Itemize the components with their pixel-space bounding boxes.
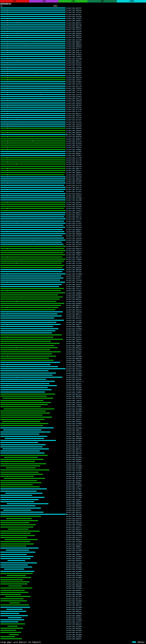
hit-label[interactable]: UniRef100_A7TE10 bbox=[66, 398, 81, 399]
alignment-bar[interactable] bbox=[0, 8, 65, 8]
alignment-bar[interactable] bbox=[0, 191, 64, 192]
alignment-bar[interactable] bbox=[0, 474, 43, 475]
alignment-bar[interactable] bbox=[0, 592, 28, 593]
hit-label[interactable]: UniRef100_C6SYG2 bbox=[66, 83, 81, 85]
alignment-bar[interactable] bbox=[0, 463, 46, 464]
alignment-bar[interactable] bbox=[0, 290, 61, 291]
hit-label[interactable]: UniRef100_B5G0Q3 bbox=[66, 478, 81, 480]
hit-label[interactable]: UniRef100_B3TLM2 bbox=[66, 68, 81, 70]
alignment-bar[interactable] bbox=[0, 584, 27, 584]
alignment-bar[interactable] bbox=[0, 274, 65, 274]
hit-label[interactable]: UniRef100_Q3CR77 bbox=[66, 170, 81, 172]
alignment-bar[interactable] bbox=[0, 582, 29, 582]
alignment-bar[interactable] bbox=[0, 136, 65, 137]
alignment-bar[interactable] bbox=[0, 396, 47, 396]
alignment-bar[interactable] bbox=[0, 389, 52, 390]
hit-label[interactable]: UniRef100_Q511P1 bbox=[66, 315, 81, 317]
alignment-bar[interactable] bbox=[0, 28, 65, 30]
alignment-bar[interactable] bbox=[0, 419, 44, 420]
hit-label[interactable]: UniRef100_Q6RJS1 bbox=[66, 113, 81, 115]
hit-label[interactable]: UniRef100_C5M6N1 bbox=[66, 391, 81, 393]
alignment-bar[interactable] bbox=[0, 180, 65, 182]
alignment-bar[interactable] bbox=[0, 298, 60, 300]
alignment-bar[interactable] bbox=[7, 560, 25, 561]
alignment-bar[interactable] bbox=[2, 421, 40, 422]
alignment-bar[interactable] bbox=[0, 628, 23, 629]
alignment-bar[interactable] bbox=[0, 140, 65, 142]
hit-label[interactable]: UniRef100_C4JYG1 bbox=[66, 260, 81, 262]
alignment-bar[interactable] bbox=[0, 423, 48, 424]
hit-label[interactable]: UniRef100_C1BK63 bbox=[66, 360, 81, 362]
hit-label[interactable]: UniRef100_C1BYV5 bbox=[66, 431, 81, 433]
alignment-bar[interactable] bbox=[6, 550, 29, 550]
hit-label[interactable]: UniRef100_Q3ZEK6 bbox=[66, 142, 81, 144]
alignment-bar[interactable] bbox=[0, 214, 65, 215]
alignment-bar[interactable] bbox=[0, 94, 65, 95]
hit-label[interactable]: UniRef100_C7SCJ6 bbox=[66, 92, 81, 94]
hit-label[interactable]: UniRef100_B0WY94 bbox=[66, 448, 81, 450]
alignment-bar[interactable] bbox=[0, 624, 25, 624]
alignment-bar[interactable] bbox=[0, 459, 43, 460]
alignment-bar[interactable] bbox=[0, 442, 38, 443]
alignment-bar[interactable] bbox=[8, 586, 22, 586]
hit-label[interactable]: UniRef100_B6LB94 bbox=[66, 385, 81, 387]
hit-label[interactable]: UniRef100_B7FBH3 bbox=[66, 81, 81, 83]
alignment-bar[interactable] bbox=[0, 204, 65, 205]
hit-label[interactable]: UniRef100_C5DX46 bbox=[66, 237, 81, 239]
alignment-bar[interactable] bbox=[0, 552, 35, 552]
alignment-bar[interactable] bbox=[0, 176, 65, 177]
alignment-bar[interactable] bbox=[0, 505, 35, 506]
alignment-bar[interactable] bbox=[0, 278, 63, 278]
hit-label[interactable]: UniRef100_P90639 bbox=[66, 37, 81, 38]
alignment-bar[interactable] bbox=[0, 366, 58, 367]
hit-label[interactable]: UniRef100_C7SCY8 bbox=[66, 90, 81, 92]
hit-label[interactable]: UniRef100_Q9WUW3 bbox=[66, 45, 81, 47]
hit-label[interactable]: UniRef100_P67994 bbox=[66, 271, 81, 273]
alignment-bar[interactable] bbox=[0, 81, 65, 82]
alignment-bar[interactable] bbox=[0, 461, 35, 462]
hit-label[interactable]: UniRef100_C5L897 bbox=[66, 235, 81, 237]
alignment-bar[interactable] bbox=[0, 434, 39, 434]
hit-label[interactable]: UniRef100_P56336 bbox=[66, 16, 81, 18]
alignment-bar[interactable] bbox=[0, 514, 65, 515]
hit-label[interactable]: UniRef100_Q6CM33 bbox=[66, 317, 81, 319]
alignment-bar[interactable] bbox=[0, 33, 65, 34]
hit-label[interactable]: UniRef100_UPI000... bbox=[66, 494, 84, 496]
alignment-bar[interactable] bbox=[4, 408, 54, 410]
hit-label[interactable]: UniRef100_P56335 bbox=[66, 28, 81, 30]
alignment-bar[interactable] bbox=[0, 425, 43, 426]
alignment-bar[interactable] bbox=[0, 75, 65, 76]
hit-label[interactable]: UniRef100_C1MVT7 bbox=[66, 79, 81, 81]
alignment-bar[interactable] bbox=[0, 508, 41, 508]
hit-label[interactable]: UniRef100_A8BDK4 bbox=[66, 615, 81, 617]
alignment-bar[interactable] bbox=[0, 611, 26, 612]
hit-label[interactable]: UniRef100_P69339 bbox=[66, 77, 81, 79]
hit-label[interactable]: UniRef100_Q29EH0 bbox=[66, 518, 81, 520]
hit-label[interactable]: UniRef100_A9V864 bbox=[66, 440, 81, 442]
hit-label[interactable]: UniRef100_P19211 bbox=[66, 250, 81, 252]
hit-label[interactable]: UniRef100_Q4SF77 bbox=[66, 425, 81, 427]
hit-label[interactable]: UniRef100_B3TLR4 bbox=[66, 189, 81, 190]
hit-label[interactable]: UniRef100_A6I297 bbox=[66, 7, 81, 9]
alignment-bar[interactable] bbox=[0, 20, 65, 21]
alignment-bar[interactable] bbox=[0, 142, 65, 144]
alignment-bar[interactable] bbox=[0, 227, 65, 228]
hit-label[interactable]: UniRef100_B3RGZ2 bbox=[66, 347, 81, 349]
alignment-bar[interactable] bbox=[0, 328, 58, 329]
hit-label[interactable]: UniRef100_Q5TRA0 bbox=[66, 543, 81, 545]
hit-label[interactable]: UniRef100_Q95C12 bbox=[66, 216, 81, 218]
alignment-bar[interactable] bbox=[0, 122, 65, 122]
alignment-bar[interactable] bbox=[0, 619, 24, 620]
hit-label[interactable]: UniRef100_P26564 bbox=[66, 88, 81, 89]
alignment-bar[interactable] bbox=[0, 622, 18, 622]
hit-label[interactable]: UniRef100_B9RCY4 bbox=[66, 168, 81, 170]
alignment-bar[interactable] bbox=[0, 107, 65, 108]
hit-label[interactable]: UniRef100_A4QWF0 bbox=[66, 326, 81, 328]
hit-label[interactable]: UniRef100_B7FM94 bbox=[66, 96, 81, 98]
alignment-bar[interactable] bbox=[0, 604, 29, 606]
alignment-bar[interactable] bbox=[0, 244, 63, 245]
alignment-bar[interactable] bbox=[0, 240, 65, 240]
hit-label[interactable]: UniRef100_B4GWV0 bbox=[66, 566, 81, 568]
hit-label[interactable]: UniRef100_C6HE74 bbox=[66, 340, 81, 342]
hit-label[interactable]: UniRef100_A9PHY6 bbox=[66, 104, 81, 106]
